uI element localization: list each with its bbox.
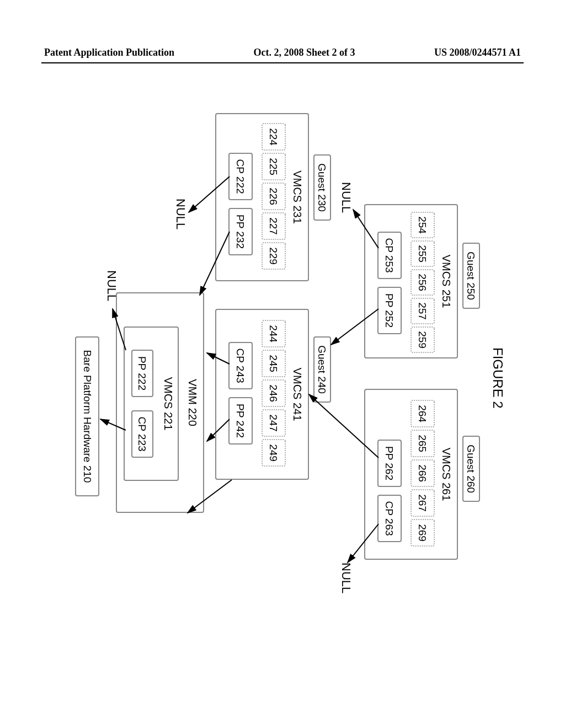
figure-rotated-canvas: FIGURE 2 Guest 250 VMCS 251 254 255 256 … xyxy=(55,88,508,651)
reg-266: 266 xyxy=(411,459,435,487)
page-header: Patent Application Publication Oct. 2, 2… xyxy=(0,47,565,58)
guest-240-label-box: Guest 240 xyxy=(313,336,331,403)
reg-224: 224 xyxy=(262,123,286,151)
vmcs-251-box: VMCS 251 254 255 256 257 259 CP 253 PP 2… xyxy=(364,204,458,358)
pp-222: PP 222 xyxy=(131,350,153,397)
pp-232: PP 232 xyxy=(228,208,253,255)
reg-246: 246 xyxy=(262,379,286,407)
bare-hardware-label: Bare Platform Hardware 210 xyxy=(81,338,93,495)
reg-245: 245 xyxy=(262,350,286,377)
guest-230-label-box: Guest 230 xyxy=(313,154,331,221)
reg-256: 256 xyxy=(411,269,435,296)
vmcs-261-box: VMCS 261 264 265 266 267 269 PP 262 CP 2… xyxy=(364,389,458,560)
reg-226: 226 xyxy=(262,183,286,210)
vmcs-221-label: VMCS 221 xyxy=(162,328,174,480)
cp-263: CP 263 xyxy=(377,495,402,542)
guest-260-label: Guest 260 xyxy=(465,437,477,501)
null-label-3: NULL xyxy=(173,199,188,229)
cp-222-a: CP 222 xyxy=(228,153,253,200)
reg-259: 259 xyxy=(411,326,435,353)
reg-267: 267 xyxy=(411,489,435,517)
reg-265: 265 xyxy=(411,430,435,457)
reg-229: 229 xyxy=(262,242,286,270)
reg-244: 244 xyxy=(262,320,286,347)
reg-227: 227 xyxy=(262,212,286,240)
reg-254: 254 xyxy=(411,212,435,238)
reg-255: 255 xyxy=(411,240,435,267)
vmcs-241-label: VMCS 241 xyxy=(291,310,303,479)
reg-264: 264 xyxy=(411,400,435,427)
bare-hardware-box: Bare Platform Hardware 210 xyxy=(75,336,99,496)
pp-242: PP 242 xyxy=(228,397,253,445)
guest-240-label: Guest 240 xyxy=(316,338,328,402)
reg-257: 257 xyxy=(411,298,435,324)
figure-title: FIGURE 2 xyxy=(490,347,505,409)
figure-area: FIGURE 2 Guest 250 VMCS 251 254 255 256 … xyxy=(55,88,508,651)
null-label-2: NULL xyxy=(339,563,353,593)
reg-247: 247 xyxy=(262,409,286,437)
vmcs-221-box: VMCS 221 PP 222 CP 223 xyxy=(124,326,179,481)
header-center: Oct. 2, 2008 Sheet 2 of 3 xyxy=(254,47,355,58)
vmcs-251-label: VMCS 251 xyxy=(440,205,452,357)
vmm-220-label: VMM 220 xyxy=(186,293,199,512)
header-divider xyxy=(41,62,524,63)
guest-250-label: Guest 250 xyxy=(465,244,477,308)
vmcs-261-label: VMCS 261 xyxy=(440,390,452,559)
vmcs-231-label: VMCS 231 xyxy=(291,114,303,280)
cp-253: CP 253 xyxy=(377,232,402,279)
cp-243: CP 243 xyxy=(228,342,253,389)
pp-252: PP 252 xyxy=(377,287,402,334)
null-label-4: NULL xyxy=(104,270,119,301)
vmcs-241-box: VMCS 241 244 245 246 247 249 CP 243 PP 2… xyxy=(215,309,309,480)
reg-249: 249 xyxy=(262,439,286,467)
reg-225: 225 xyxy=(262,153,286,180)
guest-230-label: Guest 230 xyxy=(316,156,328,220)
guest-260-label-box: Guest 260 xyxy=(462,436,480,502)
vmcs-231-box: VMCS 231 224 225 226 227 229 CP 222 PP 2… xyxy=(215,113,309,281)
null-label-1: NULL xyxy=(339,182,353,213)
header-right: US 2008/0244571 A1 xyxy=(434,47,521,58)
pp-262: PP 262 xyxy=(377,440,402,487)
reg-269: 269 xyxy=(411,519,435,547)
header-left: Patent Application Publication xyxy=(44,47,174,58)
guest-250-label-box: Guest 250 xyxy=(462,243,480,309)
vmm-220-box: VMM 220 VMCS 221 PP 222 CP 223 xyxy=(116,292,204,513)
cp-223: CP 223 xyxy=(131,410,153,458)
